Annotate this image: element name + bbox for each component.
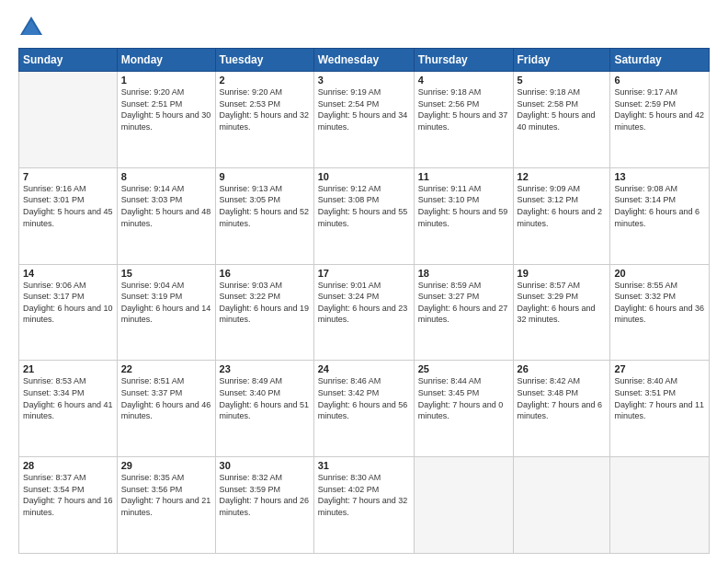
day-number: 19 (518, 268, 607, 279)
calendar-cell-4-7: 27Sunrise: 8:40 AMSunset: 3:51 PMDayligh… (610, 361, 710, 457)
calendar-cell-5-5 (414, 457, 513, 554)
day-number: 18 (418, 268, 509, 279)
calendar-cell-3-1: 14Sunrise: 9:06 AMSunset: 3:17 PMDayligh… (19, 264, 118, 361)
logo (18, 15, 48, 40)
day-info: Sunrise: 8:40 AMSunset: 3:51 PMDaylight:… (614, 375, 705, 421)
day-info: Sunrise: 8:32 AMSunset: 3:59 PMDaylight:… (220, 472, 310, 518)
calendar-table: SundayMondayTuesdayWednesdayThursdayFrid… (18, 48, 710, 554)
day-number: 4 (418, 75, 509, 86)
calendar-cell-5-3: 30Sunrise: 8:32 AMSunset: 3:59 PMDayligh… (215, 457, 313, 554)
calendar-header-friday: Friday (513, 49, 610, 72)
day-number: 26 (518, 363, 607, 374)
day-number: 1 (121, 75, 211, 86)
day-number: 15 (121, 268, 211, 279)
calendar-header-row: SundayMondayTuesdayWednesdayThursdayFrid… (19, 49, 710, 72)
day-info: Sunrise: 9:11 AMSunset: 3:10 PMDaylight:… (418, 183, 509, 229)
calendar-cell-1-7: 6Sunrise: 9:17 AMSunset: 2:59 PMDaylight… (610, 72, 710, 168)
day-info: Sunrise: 8:59 AMSunset: 3:27 PMDaylight:… (418, 280, 509, 326)
day-info: Sunrise: 9:16 AMSunset: 3:01 PMDaylight:… (23, 183, 113, 229)
calendar-cell-4-2: 22Sunrise: 8:51 AMSunset: 3:37 PMDayligh… (117, 361, 215, 457)
calendar-cell-1-1 (19, 72, 118, 168)
day-info: Sunrise: 9:19 AMSunset: 2:54 PMDaylight:… (318, 86, 410, 132)
day-number: 31 (318, 460, 410, 471)
calendar-header-saturday: Saturday (610, 49, 710, 72)
day-info: Sunrise: 9:20 AMSunset: 2:51 PMDaylight:… (121, 86, 211, 132)
calendar-cell-3-2: 15Sunrise: 9:04 AMSunset: 3:19 PMDayligh… (117, 264, 215, 361)
day-number: 8 (121, 171, 211, 182)
day-number: 24 (318, 363, 410, 374)
calendar-cell-4-5: 25Sunrise: 8:44 AMSunset: 3:45 PMDayligh… (414, 361, 513, 457)
day-info: Sunrise: 9:01 AMSunset: 3:24 PMDaylight:… (318, 280, 410, 326)
day-number: 10 (318, 171, 410, 182)
calendar-cell-1-3: 2Sunrise: 9:20 AMSunset: 2:53 PMDaylight… (215, 72, 313, 168)
calendar-cell-2-1: 7Sunrise: 9:16 AMSunset: 3:01 PMDaylight… (19, 167, 118, 264)
calendar-cell-1-6: 5Sunrise: 9:18 AMSunset: 2:58 PMDaylight… (513, 72, 610, 168)
day-number: 7 (23, 171, 113, 182)
day-number: 12 (518, 171, 607, 182)
day-number: 20 (614, 268, 705, 279)
calendar-header-wednesday: Wednesday (313, 49, 414, 72)
day-info: Sunrise: 9:12 AMSunset: 3:08 PMDaylight:… (318, 183, 410, 229)
day-info: Sunrise: 8:44 AMSunset: 3:45 PMDaylight:… (418, 375, 509, 421)
day-info: Sunrise: 8:55 AMSunset: 3:32 PMDaylight:… (614, 280, 705, 326)
day-info: Sunrise: 9:14 AMSunset: 3:03 PMDaylight:… (121, 183, 211, 229)
day-number: 27 (614, 363, 705, 374)
day-number: 21 (23, 363, 113, 374)
calendar-cell-3-5: 18Sunrise: 8:59 AMSunset: 3:27 PMDayligh… (414, 264, 513, 361)
day-number: 2 (220, 75, 310, 86)
logo-icon (18, 15, 44, 40)
calendar-cell-3-6: 19Sunrise: 8:57 AMSunset: 3:29 PMDayligh… (513, 264, 610, 361)
calendar-header-thursday: Thursday (414, 49, 513, 72)
calendar-cell-4-6: 26Sunrise: 8:42 AMSunset: 3:48 PMDayligh… (513, 361, 610, 457)
day-info: Sunrise: 8:35 AMSunset: 3:56 PMDaylight:… (121, 472, 211, 518)
day-info: Sunrise: 8:46 AMSunset: 3:42 PMDaylight:… (318, 375, 410, 421)
day-number: 29 (121, 460, 211, 471)
day-info: Sunrise: 9:18 AMSunset: 2:56 PMDaylight:… (418, 86, 509, 132)
day-info: Sunrise: 9:08 AMSunset: 3:14 PMDaylight:… (614, 183, 705, 229)
day-number: 5 (518, 75, 607, 86)
day-number: 17 (318, 268, 410, 279)
header (18, 15, 710, 40)
calendar-week-4: 21Sunrise: 8:53 AMSunset: 3:34 PMDayligh… (19, 361, 710, 457)
day-info: Sunrise: 8:53 AMSunset: 3:34 PMDaylight:… (23, 375, 113, 421)
calendar-cell-2-2: 8Sunrise: 9:14 AMSunset: 3:03 PMDaylight… (117, 167, 215, 264)
day-info: Sunrise: 8:37 AMSunset: 3:54 PMDaylight:… (23, 472, 113, 518)
day-info: Sunrise: 8:51 AMSunset: 3:37 PMDaylight:… (121, 375, 211, 421)
day-info: Sunrise: 8:30 AMSunset: 4:02 PMDaylight:… (318, 472, 410, 518)
day-number: 9 (220, 171, 310, 182)
calendar-week-2: 7Sunrise: 9:16 AMSunset: 3:01 PMDaylight… (19, 167, 710, 264)
day-number: 3 (318, 75, 410, 86)
day-info: Sunrise: 9:20 AMSunset: 2:53 PMDaylight:… (220, 86, 310, 132)
calendar-cell-3-7: 20Sunrise: 8:55 AMSunset: 3:32 PMDayligh… (610, 264, 710, 361)
day-info: Sunrise: 9:17 AMSunset: 2:59 PMDaylight:… (614, 86, 705, 132)
calendar-week-3: 14Sunrise: 9:06 AMSunset: 3:17 PMDayligh… (19, 264, 710, 361)
calendar-cell-2-5: 11Sunrise: 9:11 AMSunset: 3:10 PMDayligh… (414, 167, 513, 264)
calendar-cell-4-4: 24Sunrise: 8:46 AMSunset: 3:42 PMDayligh… (313, 361, 414, 457)
calendar-cell-2-4: 10Sunrise: 9:12 AMSunset: 3:08 PMDayligh… (313, 167, 414, 264)
page: SundayMondayTuesdayWednesdayThursdayFrid… (0, 0, 728, 563)
calendar-cell-3-4: 17Sunrise: 9:01 AMSunset: 3:24 PMDayligh… (313, 264, 414, 361)
day-info: Sunrise: 8:49 AMSunset: 3:40 PMDaylight:… (220, 375, 310, 421)
calendar-cell-2-3: 9Sunrise: 9:13 AMSunset: 3:05 PMDaylight… (215, 167, 313, 264)
day-info: Sunrise: 9:09 AMSunset: 3:12 PMDaylight:… (518, 183, 607, 229)
calendar-cell-5-6 (513, 457, 610, 554)
calendar-cell-5-1: 28Sunrise: 8:37 AMSunset: 3:54 PMDayligh… (19, 457, 118, 554)
calendar-week-1: 1Sunrise: 9:20 AMSunset: 2:51 PMDaylight… (19, 72, 710, 168)
day-info: Sunrise: 9:04 AMSunset: 3:19 PMDaylight:… (121, 280, 211, 326)
calendar-cell-3-3: 16Sunrise: 9:03 AMSunset: 3:22 PMDayligh… (215, 264, 313, 361)
day-number: 23 (220, 363, 310, 374)
day-info: Sunrise: 8:42 AMSunset: 3:48 PMDaylight:… (518, 375, 607, 421)
calendar-cell-5-7 (610, 457, 710, 554)
day-number: 30 (220, 460, 310, 471)
day-info: Sunrise: 9:13 AMSunset: 3:05 PMDaylight:… (220, 183, 310, 229)
day-info: Sunrise: 9:06 AMSunset: 3:17 PMDaylight:… (23, 280, 113, 326)
calendar-cell-2-7: 13Sunrise: 9:08 AMSunset: 3:14 PMDayligh… (610, 167, 710, 264)
calendar-header-sunday: Sunday (19, 49, 118, 72)
calendar-cell-1-4: 3Sunrise: 9:19 AMSunset: 2:54 PMDaylight… (313, 72, 414, 168)
day-number: 6 (614, 75, 705, 86)
calendar-header-monday: Monday (117, 49, 215, 72)
calendar-cell-5-2: 29Sunrise: 8:35 AMSunset: 3:56 PMDayligh… (117, 457, 215, 554)
calendar-cell-2-6: 12Sunrise: 9:09 AMSunset: 3:12 PMDayligh… (513, 167, 610, 264)
day-info: Sunrise: 8:57 AMSunset: 3:29 PMDaylight:… (518, 280, 607, 326)
calendar-cell-4-1: 21Sunrise: 8:53 AMSunset: 3:34 PMDayligh… (19, 361, 118, 457)
